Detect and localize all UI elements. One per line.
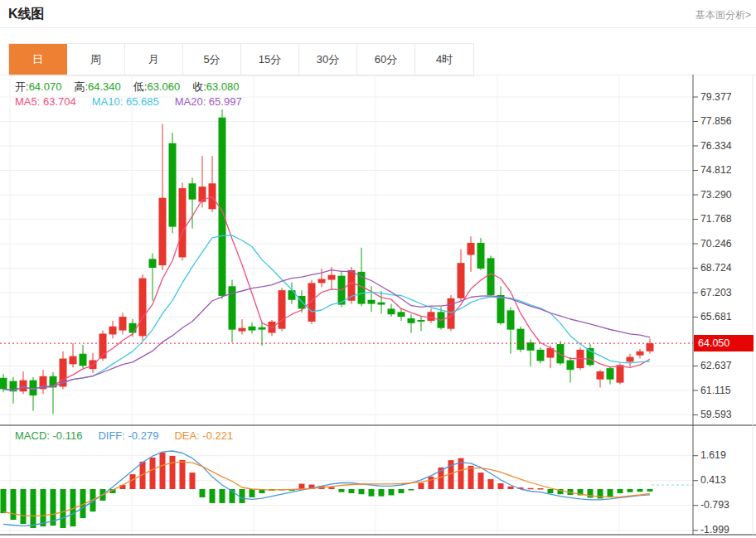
y-axis-label: 73.290 (700, 189, 732, 201)
main-chart-surface[interactable] (0, 75, 693, 425)
macd-axis-label: 1.619 (700, 449, 726, 461)
macd-panel-surface[interactable] (0, 427, 693, 535)
ohlc-readout: 开:64.070高:64.340低:63.060收:63.080 (15, 80, 240, 95)
diff-readout: DIFF: -0.279 (98, 429, 158, 442)
y-axis-label: 68.724 (700, 262, 732, 274)
macd-axis-label: -0.793 (700, 499, 729, 511)
macd-axis-label: 0.413 (700, 474, 726, 486)
y-axis-label: 59.593 (700, 409, 732, 420)
kline-widget: K线图 基本面分析> 日周月5分15分30分60分4时 79.37777.856… (0, 0, 756, 538)
ma20-readout: MA20: 65.997 (175, 95, 242, 108)
macd-readout: MACD: -0.116 (15, 429, 82, 442)
dea-readout: DEA: -0.221 (174, 429, 233, 442)
close-readout: 收:63.080 (192, 80, 239, 95)
high-readout: 高:64.340 (74, 80, 120, 95)
ma5-readout: MA5: 63.704 (15, 95, 76, 108)
macd-axis-label: -1.999 (700, 524, 729, 536)
ma-readout: MA5: 63.704MA10: 65.685MA20: 65.997 (15, 95, 242, 108)
macd-readout: MACD: -0.116DIFF: -0.279DEA: -0.221 (15, 429, 233, 442)
y-axis-label: 70.246 (700, 238, 732, 250)
y-axis-label: 71.768 (700, 213, 732, 225)
ma10-readout: MA10: 65.685 (92, 95, 159, 108)
last-price-tag: 64.050 (694, 335, 754, 351)
low-readout: 低:63.060 (133, 80, 180, 95)
y-axis-label: 77.856 (700, 115, 732, 127)
y-axis-label: 79.377 (700, 91, 732, 103)
y-axis-label: 76.334 (700, 140, 732, 152)
y-axis-label: 61.115 (700, 385, 731, 396)
y-axis-label: 74.812 (700, 164, 732, 176)
y-axis-label: 62.637 (700, 360, 732, 371)
y-axis-label: 67.203 (700, 287, 732, 298)
open-readout: 开:64.070 (15, 80, 61, 95)
y-axis-label: 65.681 (700, 311, 732, 322)
